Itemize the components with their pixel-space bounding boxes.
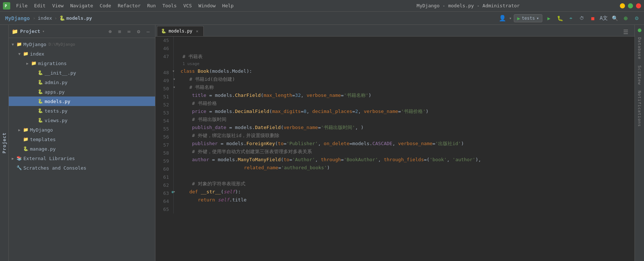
app-icon: P [3,2,10,10]
settings-icon[interactable]: ⚙ [632,14,641,23]
folder-icon: 📁 [23,51,29,57]
comment-54: # 书籍出版时间 [192,116,226,124]
tree-label-admin: admin.py [45,80,68,85]
tree-label-mydjango-sub: MyDjango [30,127,53,133]
code-line-61 [178,172,634,180]
tree-file-admin[interactable]: 🐍 admin.py [9,77,155,87]
chevron-right-icon: ▶ [25,61,30,65]
nav-project-name[interactable]: MyDjango [3,15,32,22]
search-button[interactable]: 🔍 [610,14,619,23]
menu-code[interactable]: Code [97,2,114,9]
tree-file-models[interactable]: 🐍 models.py [9,97,155,106]
tab-models-py[interactable]: 🐍 models.py ✕ [157,26,204,36]
fold-icon-3: ▾ [173,83,176,91]
tree-file-manage[interactable]: 🐍 manage.py [9,144,155,154]
project-side-label[interactable]: Project [0,25,9,261]
project-header-title[interactable]: 📁 Project ▾ [12,29,45,34]
fold-icon-2: ▾ [173,75,176,83]
menu-window[interactable]: Window [196,2,219,9]
tree-label-manage: manage.py [30,146,56,152]
coverage-button[interactable]: ☂ [566,14,575,23]
tree-label-apps: apps.py [45,89,65,95]
menu-help[interactable]: Help [219,2,237,9]
tree-folder-external-libs[interactable]: ▶ 📚 External Libraries [9,154,155,163]
fold-icon-63: ▾ [173,188,176,196]
scratches-icon: 🔧 [16,165,22,171]
tree-folder-index[interactable]: ▼ 📁 index [9,49,155,58]
close-panel-icon[interactable]: — [144,27,152,35]
tree-file-init[interactable]: 🐍 __init__.py [9,68,155,77]
tree-file-apps[interactable]: 🐍 apps.py [9,87,155,97]
tree-file-tests[interactable]: 🐍 tests.py [9,106,155,116]
menu-navigate[interactable]: Navigate [67,2,96,9]
comment-text: # 书籍表 [182,53,203,61]
sidebar-label-sciview[interactable]: SciView [637,63,642,88]
code-editor: 🐍 models.py ✕ ☰ 45 46 47 48 49 50 [155,25,634,261]
nav-breadcrumb-models[interactable]: 🐍models.py [58,15,93,22]
project-title-label: Project [20,29,40,34]
editor-options-icon[interactable]: ☰ [621,27,630,36]
fold-icon: ▾ [172,67,175,75]
nav-right-toolbar: 👤 ▾ ▶ tests ▾ ▶ 🐛 ☂ ⏱ ■ A文 🔍 ⊕ ⚙ [498,14,641,23]
add-icon[interactable]: ⊕ [106,27,114,35]
tree-root-mydjango[interactable]: ▼ 📁 MyDjango D:\MyDjango [9,39,155,49]
code-line-46 [178,45,634,53]
tree-folder-templates[interactable]: 📁 templates [9,135,155,144]
tree-label-init: __init__.py [45,70,76,76]
menu-file[interactable]: File [13,2,30,9]
comment-49: # 书籍id(自动创建) [189,75,235,83]
menu-vcs[interactable]: VCS [180,2,195,9]
code-line-59: author = models.ManyToManyField(to='Auth… [178,156,634,164]
tree-folder-scratches[interactable]: 🔧 Scratches and Consoles [9,163,155,173]
tree-folder-mydjango-sub[interactable]: ▶ 📁 MyDjango [9,125,155,135]
class-name: Book [198,67,209,75]
keyword-class: class [181,67,198,75]
menu-view[interactable]: View [49,2,67,9]
comment-52: # 书籍价格 [192,99,217,107]
profile-button[interactable]: ⏱ [577,14,586,23]
sidebar-label-notifications[interactable]: Notifications [637,88,642,130]
tree-label-external-libs: External Libraries [23,156,75,161]
collapse-all-icon[interactable]: ≔ [125,27,133,35]
minimize-button[interactable] [620,3,625,8]
comment-62: # 对象的字符串表现形式 [192,180,245,188]
project-header-actions: ⊕ ≡ ≔ ⚙ — [106,27,152,35]
menu-tools[interactable]: Tools [159,2,180,9]
translate-button[interactable]: A文 [599,14,608,23]
tree-label-tests: tests.py [45,108,68,114]
tab-close-button[interactable]: ✕ [195,29,200,34]
code-line-47-hint: 1 usage [178,61,634,67]
menu-edit[interactable]: Edit [31,2,48,9]
code-line-62: # 对象的字符串表现形式 [178,180,634,188]
code-line-48: ▾ class Book(models.Model): [178,67,634,75]
stop-button[interactable]: ■ [588,14,597,23]
settings-gear-icon[interactable]: ⚙ [135,27,143,35]
nav-user-icon[interactable]: 👤 [498,14,507,23]
tree-label-models: models.py [45,99,70,104]
tree-folder-migrations[interactable]: ▶ 📁 migrations [9,58,155,68]
code-line-49: ▾ # 书籍id(自动创建) [178,75,634,83]
sidebar-label-database[interactable]: Database [637,34,642,63]
expand-all-icon[interactable]: ≡ [116,27,124,35]
nav-run-config[interactable]: ▶ tests ▾ [514,14,542,22]
menu-run[interactable]: Run [144,2,159,9]
tree-file-views[interactable]: 🐍 views.py [9,116,155,125]
title-bar: P File Edit View Navigate Code Refactor … [0,0,644,12]
plus-button[interactable]: ⊕ [621,14,630,23]
library-icon: 📚 [16,155,22,161]
code-line-45 [178,37,634,45]
run-button[interactable]: ▶ [545,14,553,23]
tabs-bar: 🐍 models.py ✕ ☰ [155,25,634,37]
menu-bar: File Edit View Navigate Code Refactor Ru… [13,2,317,9]
code-line-53: price = models.DecimalField(max_digits=8… [178,107,634,116]
nav-breadcrumb-index[interactable]: index [36,15,53,22]
code-line-52: # 书籍价格 [178,99,634,107]
close-button[interactable] [636,3,641,8]
debug-button[interactable]: 🐛 [556,14,564,23]
menu-refactor[interactable]: Refactor [115,2,144,9]
maximize-button[interactable] [628,3,633,8]
usage-hint: 1 usage [182,60,199,68]
python-file-icon: 🐍 [37,70,43,76]
folder-icon: 📁 [23,136,29,142]
code-content[interactable]: 45 46 47 48 49 50 51 52 53 54 55 56 57 5… [155,37,634,261]
